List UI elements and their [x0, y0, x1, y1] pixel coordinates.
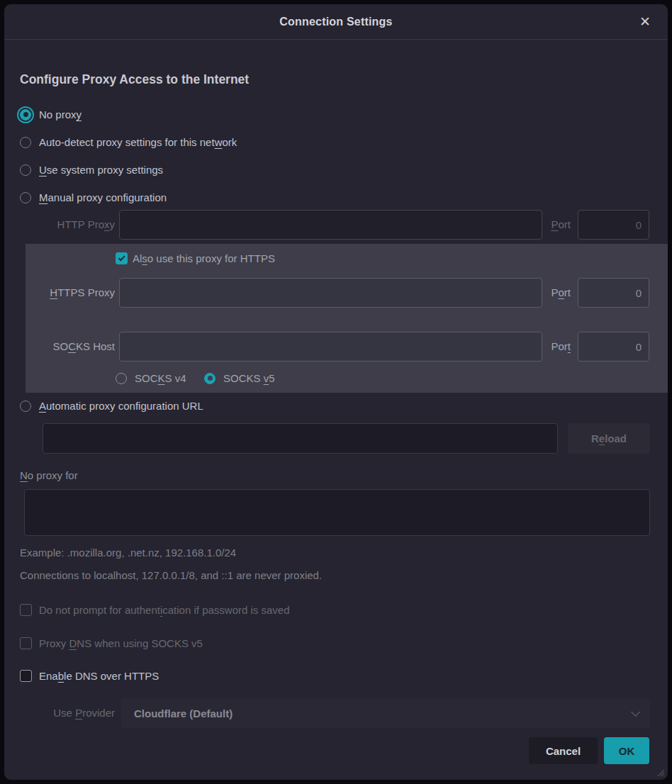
checkbox-icon-enable-doh[interactable] — [20, 670, 32, 682]
chevron-down-icon — [631, 707, 640, 717]
never-proxied-hint: Connections to localhost, 127.0.0.1/8, a… — [20, 569, 322, 581]
radio-option-socks-v4[interactable]: SOCKS v4 — [116, 372, 186, 384]
auto-config-url-input[interactable] — [43, 423, 558, 454]
checkbox-icon-proxy-dns-socks5[interactable] — [20, 637, 32, 649]
checkbox-option-enable-doh[interactable]: Enable DNS over HTTPS — [20, 670, 159, 682]
socks-port-input[interactable] — [578, 332, 649, 362]
https-proxy-label: HTTPS Proxy — [26, 278, 115, 308]
radio-option-manual-proxy[interactable]: Manual proxy configuration — [20, 191, 167, 203]
socks-port-label: Port — [538, 332, 571, 362]
checkbox-icon-share-proxy-https[interactable] — [116, 252, 128, 264]
checkmark-icon — [118, 254, 125, 261]
radio-option-auto-config-url[interactable]: Automatic proxy configuration URL — [20, 400, 203, 412]
socks-host-label: SOCKS Host — [26, 332, 115, 362]
http-proxy-input[interactable] — [119, 210, 542, 240]
radio-icon-socks-v5[interactable] — [204, 373, 215, 384]
checkbox-icon-no-prompt-auth[interactable] — [20, 604, 32, 616]
use-provider-label: Use Provider — [20, 698, 115, 728]
radio-option-socks-v5[interactable]: SOCKS v5 — [204, 372, 275, 384]
doh-provider-select[interactable]: Cloudflare (Default) — [121, 698, 650, 728]
radio-option-auto-detect[interactable]: Auto-detect proxy settings for this netw… — [20, 136, 237, 148]
https-port-input[interactable] — [578, 278, 649, 308]
https-port-label: Port — [538, 278, 571, 308]
http-port-label: Port — [538, 210, 571, 240]
cancel-button[interactable]: Cancel — [529, 737, 598, 764]
no-proxy-example-hint: Example: .mozilla.org, .net.nz, 192.168.… — [20, 547, 236, 559]
dialog-titlebar: Connection Settings ✕ — [4, 4, 668, 40]
doh-provider-selected-value: Cloudflare (Default) — [134, 707, 233, 719]
radio-icon-auto-detect[interactable] — [20, 137, 31, 148]
https-socks-section: Also use this proxy for HTTPS HTTPS Prox… — [26, 244, 668, 393]
radio-icon-socks-v4[interactable] — [116, 373, 127, 384]
close-icon[interactable]: ✕ — [637, 13, 654, 31]
reload-button[interactable]: Reload — [568, 423, 650, 454]
ok-button[interactable]: OK — [604, 737, 649, 764]
checkbox-option-proxy-dns-socks5[interactable]: Proxy DNS when using SOCKS v5 — [20, 637, 203, 649]
connection-settings-dialog: Connection Settings ✕ Configure Proxy Ac… — [4, 4, 668, 780]
radio-option-system-proxy[interactable]: Use system proxy settings — [20, 164, 163, 176]
radio-icon-system-proxy[interactable] — [20, 164, 31, 176]
no-proxy-for-label: No proxy for — [20, 469, 78, 481]
https-proxy-input[interactable] — [119, 278, 542, 308]
resize-grip-icon[interactable] — [654, 766, 665, 777]
checkbox-option-no-prompt-auth[interactable]: Do not prompt for authentication if pass… — [20, 604, 290, 616]
dialog-title: Connection Settings — [279, 16, 392, 28]
http-port-input[interactable] — [578, 210, 649, 240]
http-proxy-label: HTTP Proxy — [20, 210, 115, 240]
radio-icon-manual-proxy[interactable] — [20, 192, 31, 203]
radio-icon-no-proxy[interactable] — [20, 109, 31, 121]
no-proxy-for-textarea[interactable] — [24, 489, 650, 536]
checkbox-option-share-proxy-https[interactable]: Also use this proxy for HTTPS — [116, 252, 275, 264]
socks-host-input[interactable] — [119, 332, 542, 362]
page-title: Configure Proxy Access to the Internet — [20, 72, 249, 87]
radio-option-no-proxy[interactable]: No proxy — [20, 108, 82, 121]
radio-icon-auto-config-url[interactable] — [20, 401, 31, 412]
